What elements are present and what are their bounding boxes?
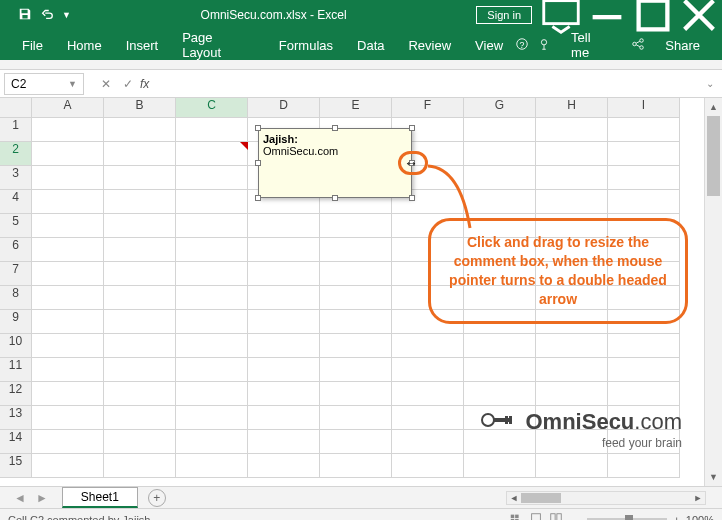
col-header[interactable]: B [104, 98, 176, 118]
cell[interactable] [104, 214, 176, 238]
col-header[interactable]: A [32, 98, 104, 118]
cell[interactable] [176, 358, 248, 382]
cell[interactable] [464, 118, 536, 142]
formula-input[interactable] [153, 73, 698, 95]
row-header[interactable]: 12 [0, 382, 32, 406]
cell[interactable] [392, 382, 464, 406]
cell[interactable] [320, 238, 392, 262]
cell[interactable] [536, 142, 608, 166]
cell[interactable] [320, 286, 392, 310]
scrollbar-thumb[interactable] [521, 493, 561, 503]
row-header[interactable]: 15 [0, 454, 32, 478]
tab-data[interactable]: Data [345, 32, 396, 59]
cell[interactable] [104, 334, 176, 358]
row-header[interactable]: 5 [0, 214, 32, 238]
cell[interactable] [32, 382, 104, 406]
row-header[interactable]: 8 [0, 286, 32, 310]
resize-handle[interactable] [255, 160, 261, 166]
cell[interactable] [464, 454, 536, 478]
cell[interactable] [536, 166, 608, 190]
zoom-out-button[interactable]: − [575, 514, 581, 521]
row-header[interactable]: 9 [0, 310, 32, 334]
cell[interactable] [32, 118, 104, 142]
row-header[interactable]: 1 [0, 118, 32, 142]
cell[interactable] [248, 238, 320, 262]
comment-indicator-icon[interactable] [240, 142, 248, 150]
cell[interactable] [464, 334, 536, 358]
cell[interactable] [608, 166, 680, 190]
help-icon[interactable]: ? [515, 37, 529, 54]
col-header[interactable]: G [464, 98, 536, 118]
cell[interactable] [104, 382, 176, 406]
undo-icon[interactable] [40, 7, 54, 24]
cell[interactable] [248, 430, 320, 454]
row-header[interactable]: 11 [0, 358, 32, 382]
cell[interactable] [392, 334, 464, 358]
cell[interactable] [248, 262, 320, 286]
share-icon[interactable] [631, 37, 645, 54]
cell[interactable] [104, 190, 176, 214]
cell[interactable] [176, 262, 248, 286]
row-header[interactable]: 3 [0, 166, 32, 190]
tellme-icon[interactable] [537, 37, 551, 54]
cell[interactable] [248, 286, 320, 310]
row-header[interactable]: 4 [0, 190, 32, 214]
cell[interactable] [608, 358, 680, 382]
cell[interactable] [536, 118, 608, 142]
tab-page-layout[interactable]: Page Layout [170, 24, 267, 66]
tab-file[interactable]: File [10, 32, 55, 59]
cell[interactable] [392, 358, 464, 382]
cell[interactable] [176, 142, 248, 166]
expand-formula-bar-icon[interactable]: ⌄ [702, 78, 718, 89]
page-break-view-icon[interactable] [549, 512, 563, 521]
cell[interactable] [32, 286, 104, 310]
zoom-level[interactable]: 100% [686, 514, 714, 521]
resize-handle[interactable] [332, 125, 338, 131]
cell[interactable] [320, 214, 392, 238]
cell[interactable] [608, 334, 680, 358]
cell[interactable] [104, 166, 176, 190]
cell[interactable] [176, 430, 248, 454]
cell[interactable] [320, 310, 392, 334]
sheet-nav-next-icon[interactable]: ► [36, 491, 48, 505]
row-header[interactable]: 14 [0, 430, 32, 454]
cell[interactable] [32, 358, 104, 382]
row-header[interactable]: 2 [0, 142, 32, 166]
cell[interactable] [320, 406, 392, 430]
cell[interactable] [104, 262, 176, 286]
cell[interactable] [104, 238, 176, 262]
comment-box[interactable]: Jajish: OmniSecu.com [258, 128, 412, 198]
cell[interactable] [248, 454, 320, 478]
cell[interactable] [32, 262, 104, 286]
cell[interactable] [176, 238, 248, 262]
cell[interactable] [248, 334, 320, 358]
name-box[interactable]: C2 ▼ [4, 73, 84, 95]
resize-handle[interactable] [409, 195, 415, 201]
select-all-corner[interactable] [0, 98, 32, 118]
chevron-down-icon[interactable]: ▼ [68, 79, 77, 89]
cell[interactable] [536, 382, 608, 406]
row-header[interactable]: 10 [0, 334, 32, 358]
cell[interactable] [320, 382, 392, 406]
cell[interactable] [176, 190, 248, 214]
row-header[interactable]: 13 [0, 406, 32, 430]
cell[interactable] [176, 166, 248, 190]
scroll-right-icon[interactable]: ► [691, 493, 705, 503]
cell[interactable] [608, 454, 680, 478]
cell[interactable] [176, 406, 248, 430]
cell[interactable] [248, 382, 320, 406]
normal-view-icon[interactable] [509, 512, 523, 521]
cell[interactable] [32, 334, 104, 358]
cell[interactable] [104, 310, 176, 334]
fx-icon[interactable]: fx [140, 77, 149, 91]
cell[interactable] [32, 238, 104, 262]
cell[interactable] [248, 214, 320, 238]
cell[interactable] [464, 382, 536, 406]
cell[interactable] [320, 454, 392, 478]
cell[interactable] [320, 262, 392, 286]
enter-formula-icon[interactable]: ✓ [118, 74, 138, 94]
cell[interactable] [608, 142, 680, 166]
cell[interactable] [32, 310, 104, 334]
cell[interactable] [464, 358, 536, 382]
cell[interactable] [176, 214, 248, 238]
